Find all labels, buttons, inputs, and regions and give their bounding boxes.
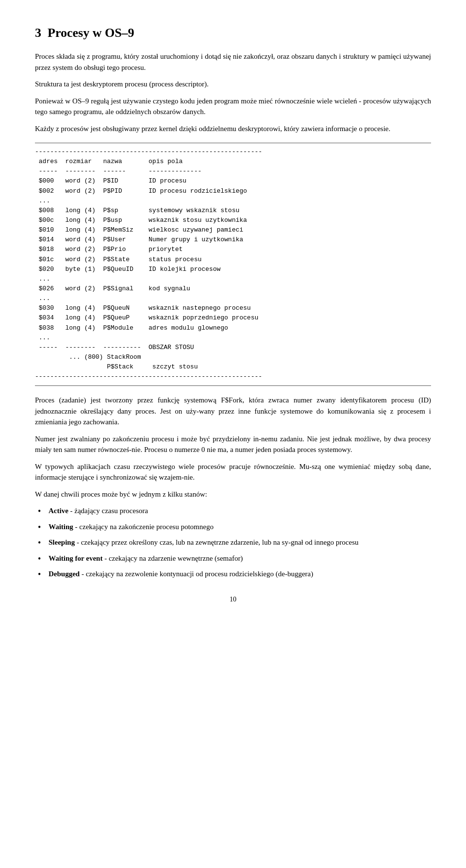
list-item-state4: Waiting for event - czekający na zdarzen… <box>35 553 431 564</box>
page-number: 10 <box>35 594 431 604</box>
paragraph-2: Struktura ta jest deskryptorem procesu (… <box>35 79 431 90</box>
paragraph-8: W typowych aplikacjach czasu rzeczywiste… <box>35 461 431 483</box>
list-item-state2: Waiting - czekający na zakończenie proce… <box>35 521 431 533</box>
chapter-title-text: Procesy w OS–9 <box>48 26 134 40</box>
chapter-number: 3 <box>35 26 41 40</box>
paragraph-7: Numer jest zwalniany po zakończeniu proc… <box>35 434 431 455</box>
code-block: ----------------------------------------… <box>35 143 431 386</box>
paragraph-5: Proces (zadanie) jest tworzony przez fun… <box>35 395 431 428</box>
list-item-state3: Sleeping - czekający przez określony cza… <box>35 537 431 548</box>
paragraph-4: Każdy z procesów jest obsługiwany przez … <box>35 123 431 134</box>
states-list: Active - żądający czasu procesoraWaiting… <box>35 505 431 580</box>
chapter-title: 3 Procesy w OS–9 <box>35 23 431 42</box>
list-item-state5: Debugged - czekający na zezwolenie konty… <box>35 568 431 580</box>
list-item-state1: Active - żądający czasu procesora <box>35 505 431 517</box>
paragraph-1: Proces składa się z programu, który zost… <box>35 51 431 73</box>
paragraph-3: Ponieważ w OS–9 regułą jest używanie czy… <box>35 96 431 117</box>
paragraph-9: W danej chwili proces może być w jednym … <box>35 489 431 500</box>
